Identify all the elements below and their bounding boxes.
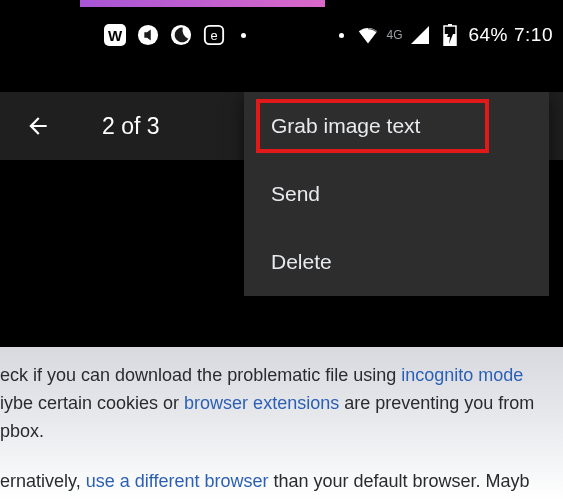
status-left-group: W e <box>103 23 252 47</box>
menu-item-send[interactable]: Send <box>244 160 549 228</box>
e-app-icon: e <box>202 23 226 47</box>
menu-item-delete[interactable]: Delete <box>244 228 549 296</box>
menu-item-grab-image-text[interactable]: Grab image text <box>244 92 549 160</box>
battery-percent: 64% <box>468 24 508 46</box>
back-button[interactable] <box>18 106 58 146</box>
photo-text: are preventing you from <box>339 393 534 413</box>
app-w-icon: W <box>103 23 127 47</box>
top-accent-strip <box>80 0 325 7</box>
page-counter: 2 of 3 <box>102 113 160 140</box>
volume-icon <box>136 23 160 47</box>
photo-text: iybe certain cookies or <box>0 393 184 413</box>
context-menu: Grab image text Send Delete <box>244 92 549 296</box>
clock: 7:10 <box>514 24 553 46</box>
wifi-icon <box>356 23 380 47</box>
photo-text: pbox. <box>0 421 44 441</box>
status-dot <box>339 33 344 38</box>
photo-preview[interactable]: eck if you can download the problematic … <box>0 347 563 500</box>
photo-text: than your default browser. Mayb <box>268 471 529 491</box>
moon-icon <box>169 23 193 47</box>
status-bar: W e 4G 64% 7:10 <box>0 18 563 52</box>
photo-text-paragraph: ernatively, use a different browser than… <box>0 468 563 496</box>
signal-icon <box>408 23 432 47</box>
svg-text:e: e <box>210 28 217 43</box>
photo-text-paragraph: eck if you can download the problematic … <box>0 362 563 446</box>
status-right-group: 4G 64% 7:10 <box>333 23 553 47</box>
network-label: 4G <box>386 28 402 42</box>
app-w-badge: W <box>104 24 126 46</box>
photo-text-link: incognito mode <box>401 365 523 385</box>
menu-item-label: Delete <box>271 250 332 274</box>
battery-icon <box>438 23 462 47</box>
status-dot <box>241 33 246 38</box>
photo-text-link: use a different browser <box>86 471 269 491</box>
photo-text: ernatively, <box>0 471 86 491</box>
menu-item-label: Grab image text <box>271 114 420 138</box>
photo-text-link: browser extensions <box>184 393 339 413</box>
arrow-left-icon <box>25 113 51 139</box>
photo-text: eck if you can download the problematic … <box>0 365 401 385</box>
menu-item-label: Send <box>271 182 320 206</box>
